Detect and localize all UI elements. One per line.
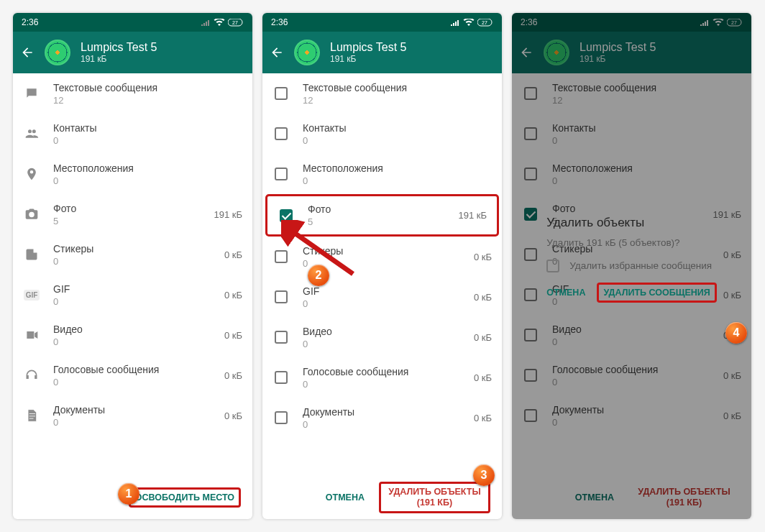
sticker-icon xyxy=(24,247,39,262)
battery-icon: 27 xyxy=(727,19,743,27)
checkbox xyxy=(524,409,537,422)
clock: 2:36 xyxy=(271,17,288,27)
list-item[interactable]: Документы0 0 кБ xyxy=(13,395,252,436)
dialog-option-label: Удалить избранные сообщения xyxy=(569,260,712,271)
header-title: Lumpics Test 5 xyxy=(580,41,656,54)
dialog-checkbox[interactable] xyxy=(546,260,559,272)
wifi-icon xyxy=(214,19,225,27)
list-item[interactable]: Текстовые сообщения12 xyxy=(262,73,502,114)
list-item: Голосовые сообщения0 0 кБ xyxy=(512,355,751,395)
list-item[interactable]: Стикеры0 0 кБ xyxy=(13,234,252,275)
document-icon xyxy=(24,408,39,423)
delete-objects-button[interactable]: УДАЛИТЬ ОБЪЕКТЫ (191 КБ) xyxy=(379,482,490,513)
step-badge-3: 3 xyxy=(473,464,495,486)
header-subtitle: 191 кБ xyxy=(580,54,656,64)
chat-header: Lumpics Test 5 191 кБ xyxy=(262,32,502,73)
dialog-message: Удалить 191 кБ (5 объектов)? xyxy=(546,237,716,248)
dialog-title: Удалить объекты xyxy=(546,216,716,230)
list-item[interactable]: Контакты0 xyxy=(262,114,502,154)
header-title: Lumpics Test 5 xyxy=(81,41,157,54)
list-item: Видео0 0 кБ xyxy=(512,315,751,355)
svg-text:27: 27 xyxy=(482,20,487,25)
list-item[interactable]: GIF0 0 кБ xyxy=(262,277,502,317)
checkbox xyxy=(524,127,537,140)
checkbox[interactable] xyxy=(275,371,288,384)
checkbox xyxy=(524,168,537,180)
header-subtitle: 191 кБ xyxy=(81,54,157,64)
list-item[interactable]: Контакты0 xyxy=(13,114,252,154)
checkbox xyxy=(524,369,537,382)
checkbox[interactable] xyxy=(275,168,288,180)
back-arrow-icon[interactable] xyxy=(270,45,284,60)
svg-text:27: 27 xyxy=(232,20,238,25)
signal-icon xyxy=(450,19,460,26)
photo-icon xyxy=(24,207,39,221)
footer: ОТМЕНА УДАЛИТЬ ОБЪЕКТЫ (191 КБ) xyxy=(512,476,751,519)
list-item[interactable]: Местоположения0 xyxy=(262,154,502,194)
checkbox xyxy=(524,87,537,100)
delete-objects-button: УДАЛИТЬ ОБЪЕКТЫ (191 КБ) xyxy=(628,487,740,508)
status-bar: 2:36 27 xyxy=(13,13,252,32)
chat-header: Lumpics Test 5 191 кБ xyxy=(512,32,751,73)
status-bar: 2:36 27 xyxy=(512,13,751,32)
checkbox[interactable] xyxy=(275,127,288,140)
free-space-button[interactable]: ОСВОБОДИТЬ МЕСТО xyxy=(129,487,241,508)
message-icon xyxy=(24,86,39,101)
battery-icon: 27 xyxy=(228,19,244,27)
list-item[interactable]: Местоположения0 xyxy=(13,154,252,194)
status-icons: 27 xyxy=(700,19,743,27)
list-item[interactable]: Текстовые сообщения12 xyxy=(13,73,252,114)
checkbox[interactable] xyxy=(275,411,288,424)
checkbox[interactable] xyxy=(275,331,288,344)
list-item[interactable]: Видео0 0 кБ xyxy=(262,317,502,357)
step-badge-2: 2 xyxy=(308,265,329,286)
list-item: Текстовые сообщения12 xyxy=(512,73,751,114)
footer: ОТМЕНА УДАЛИТЬ ОБЪЕКТЫ (191 КБ) xyxy=(262,476,502,519)
headphones-icon xyxy=(24,368,39,382)
checkbox[interactable] xyxy=(275,290,288,303)
avatar[interactable] xyxy=(294,40,320,65)
cancel-button: ОТМЕНА xyxy=(575,492,614,503)
header-title: Lumpics Test 5 xyxy=(330,41,406,54)
checkbox[interactable] xyxy=(275,87,288,100)
video-icon xyxy=(24,328,39,342)
wifi-icon xyxy=(463,19,475,27)
wifi-icon xyxy=(713,19,724,27)
back-arrow-icon[interactable] xyxy=(20,45,35,60)
dialog-cancel-button[interactable]: ОТМЕНА xyxy=(546,288,585,298)
list-item[interactable]: Документы0 0 кБ xyxy=(262,398,502,438)
chat-header: Lumpics Test 5 191 кБ xyxy=(13,32,252,73)
list-item: Документы0 0 кБ xyxy=(512,395,751,436)
status-icons: 27 xyxy=(201,19,244,27)
list-item[interactable]: Голосовые сообщения0 0 кБ xyxy=(13,355,252,395)
step-badge-4: 4 xyxy=(725,322,747,344)
contacts-icon xyxy=(24,127,39,141)
delete-dialog: Удалить объекты Удалить 191 кБ (5 объект… xyxy=(546,216,716,303)
status-bar: 2:36 27 xyxy=(262,13,502,32)
clock: 2:36 xyxy=(22,17,38,27)
list-item[interactable]: GIF GIF0 0 кБ xyxy=(13,275,252,315)
clock: 2:36 xyxy=(521,17,537,27)
battery-icon: 27 xyxy=(477,19,493,27)
list-item[interactable]: Голосовые сообщения0 0 кБ xyxy=(262,357,502,398)
list-item: Местоположения0 xyxy=(512,154,751,194)
list-item: Контакты0 xyxy=(512,114,751,154)
location-icon xyxy=(24,167,39,181)
list-item[interactable]: Видео0 0 кБ xyxy=(13,315,252,355)
gif-icon: GIF xyxy=(24,290,40,301)
checkbox xyxy=(524,329,537,341)
avatar[interactable] xyxy=(45,40,70,65)
list-item[interactable]: Фото5 191 кБ xyxy=(13,194,252,234)
dialog-confirm-button[interactable]: УДАЛИТЬ СООБЩЕНИЯ xyxy=(597,283,716,303)
avatar xyxy=(544,40,569,65)
signal-icon xyxy=(201,19,211,26)
checkbox xyxy=(524,248,537,261)
signal-icon xyxy=(700,19,710,26)
svg-text:27: 27 xyxy=(731,20,737,25)
cancel-button[interactable]: ОТМЕНА xyxy=(326,492,365,503)
phone-screen-1: 2:36 27 Lumpics Test 5 191 кБ Текстовые … xyxy=(13,13,252,519)
storage-list: Текстовые сообщения12 Контакты0 Местопол… xyxy=(13,73,252,476)
phone-screen-2: 2:36 27 Lumpics Test 5 191 кБ Текстовые … xyxy=(262,13,502,519)
status-icons: 27 xyxy=(450,19,493,27)
step-badge-1: 1 xyxy=(118,483,139,505)
